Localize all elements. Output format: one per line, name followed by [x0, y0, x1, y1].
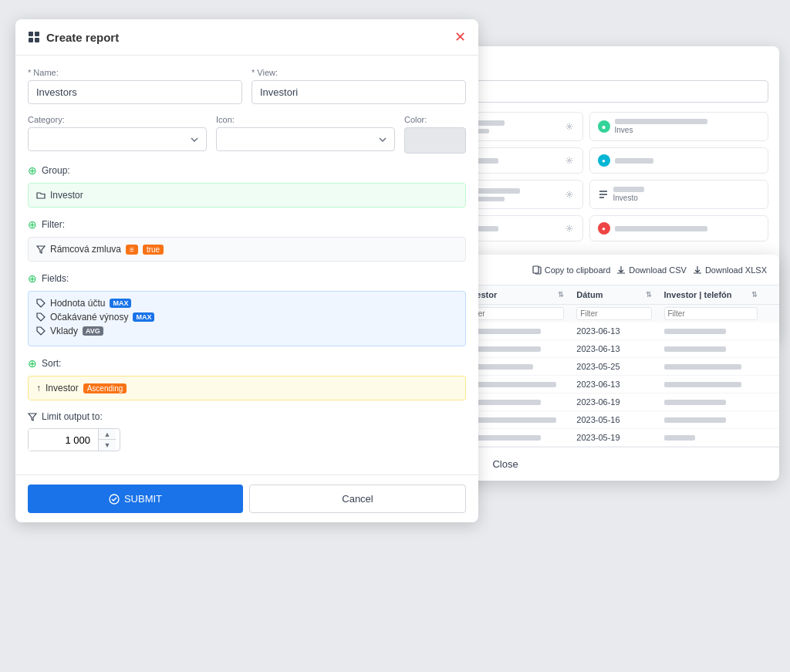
svg-point-16	[568, 160, 570, 162]
circle-icon: ●	[598, 222, 610, 235]
add-icon[interactable]: ⊕	[28, 164, 37, 177]
circle-icon: ●	[598, 120, 610, 133]
data-panel-actions: Copy to clipboard Download CSV Download …	[532, 265, 767, 275]
modal-footer: SUBMIT Cancel	[15, 474, 478, 522]
color-label: Color:	[404, 115, 466, 124]
filter-tag: Rámcová zmluva ≡ true	[36, 244, 457, 255]
gear-icon[interactable]	[564, 121, 575, 132]
close-button[interactable]: Close	[483, 455, 527, 473]
limit-stepper: ▲ ▼	[98, 429, 116, 451]
icon-select[interactable]	[216, 127, 395, 151]
gear-icon[interactable]	[564, 189, 575, 200]
folder-icon	[36, 191, 46, 200]
color-group: Color:	[404, 115, 466, 154]
group-section: ⊕ Group: Investor	[28, 164, 466, 208]
sort-section: ⊕ Sort: ↑ Investor Ascending	[28, 357, 466, 400]
add-icon[interactable]: ⊕	[28, 272, 37, 285]
add-icon[interactable]: ⊕	[28, 357, 37, 370]
limit-input-wrap: ▲ ▼	[28, 428, 120, 451]
svg-rect-32	[29, 32, 33, 36]
filter-icon	[28, 412, 37, 421]
fields-section: ⊕ Fields: Hodnota účtu MAX Očakávané výn…	[28, 272, 466, 346]
name-input[interactable]	[28, 80, 242, 104]
group-box: Investor	[28, 183, 466, 208]
name-label: * Name:	[28, 68, 242, 77]
report-item[interactable]: ● Inves	[589, 112, 769, 141]
sort-label: ⊕ Sort:	[28, 357, 466, 370]
filter-label: ⊕ Filter:	[28, 218, 466, 231]
svg-point-15	[568, 126, 570, 128]
svg-rect-34	[29, 38, 33, 42]
svg-point-24	[568, 228, 570, 230]
stepper-down-button[interactable]: ▼	[99, 440, 116, 451]
field-item: Vklady AVG	[36, 326, 457, 336]
filter-input[interactable]	[464, 307, 564, 320]
limit-section: Limit output to: ▲ ▼	[28, 411, 466, 451]
view-input[interactable]	[252, 80, 466, 104]
group-label: ⊕ Group:	[28, 164, 466, 177]
filter-box: Rámcová zmluva ≡ true	[28, 237, 466, 262]
clipboard-icon	[532, 265, 542, 275]
cancel-button[interactable]: Cancel	[249, 485, 466, 513]
circle-icon: ●	[598, 154, 610, 167]
field-item: Hodnota účtu MAX	[36, 298, 457, 309]
check-icon	[109, 494, 120, 505]
sort-item: ↑ Investor Ascending	[36, 383, 457, 393]
filter-input[interactable]	[664, 307, 758, 320]
view-group: * View:	[252, 68, 466, 104]
svg-rect-29	[533, 266, 538, 273]
gear-icon[interactable]	[564, 155, 575, 166]
field-item: Očakávané výnosy MAX	[36, 312, 457, 322]
report-item[interactable]: ●	[589, 147, 769, 174]
category-icon-color-row: Category: Icon: Color:	[28, 115, 466, 154]
icon-label: Icon:	[216, 115, 395, 124]
submit-button[interactable]: SUBMIT	[28, 485, 243, 513]
svg-point-20	[568, 194, 570, 196]
sort-box: ↑ Investor Ascending	[28, 376, 466, 400]
filter-icon	[36, 245, 46, 254]
modal-title: Create report	[28, 31, 119, 44]
svg-rect-33	[35, 32, 39, 36]
report-item[interactable]: ●	[589, 215, 769, 241]
tag-icon	[36, 299, 46, 308]
svg-rect-35	[35, 38, 39, 42]
limit-input[interactable]	[29, 430, 98, 451]
add-icon[interactable]: ⊕	[28, 218, 37, 231]
modal-body: * Name: * View: Category: Icon:	[15, 56, 478, 474]
category-label: Category:	[28, 115, 207, 124]
category-group: Category:	[28, 115, 207, 154]
gear-icon[interactable]	[564, 223, 575, 234]
report-item[interactable]: Investo	[589, 180, 769, 209]
category-select[interactable]	[28, 127, 207, 151]
stepper-up-button[interactable]: ▲	[99, 429, 116, 440]
tag-icon	[36, 312, 46, 322]
filter-section: ⊕ Filter: Rámcová zmluva ≡ true	[28, 218, 466, 262]
tag-icon	[36, 326, 46, 336]
create-report-modal: Create report ✕ * Name: * View: Category…	[15, 19, 478, 522]
filter-input[interactable]	[576, 307, 651, 320]
close-icon[interactable]: ✕	[454, 30, 466, 44]
download-xlsx-button[interactable]: Download XLSX	[693, 265, 767, 275]
name-group: * Name:	[28, 68, 242, 104]
fields-label: ⊕ Fields:	[28, 272, 466, 285]
view-label: * View:	[252, 68, 466, 77]
list-icon	[598, 189, 609, 200]
icon-group: Icon:	[216, 115, 395, 154]
download-csv-button[interactable]: Download CSV	[616, 265, 687, 275]
download-icon	[616, 265, 626, 275]
limit-label: Limit output to:	[28, 411, 466, 422]
name-view-row: * Name: * View:	[28, 68, 466, 104]
download-icon	[693, 265, 702, 275]
color-picker[interactable]	[404, 127, 466, 154]
grid-icon	[28, 31, 40, 43]
copy-clipboard-button[interactable]: Copy to clipboard	[532, 265, 611, 275]
modal-header: Create report ✕	[15, 19, 478, 56]
fields-box: Hodnota účtu MAX Očakávané výnosy MAX Vk…	[28, 291, 466, 346]
